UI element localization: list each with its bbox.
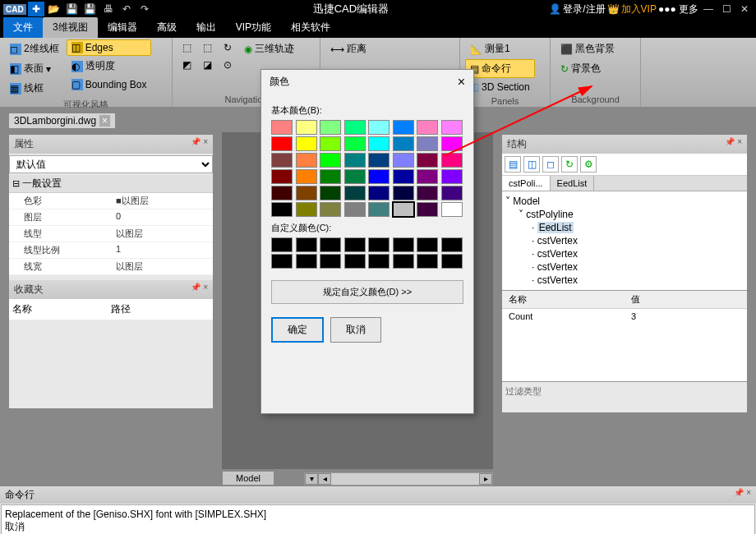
props-row[interactable]: 线型以图层 — [9, 226, 213, 242]
props-row[interactable]: 图层0 — [9, 209, 213, 226]
menu-file[interactable]: 文件 — [3, 17, 43, 38]
color-swatch[interactable] — [441, 120, 463, 135]
btn-cmdline[interactable]: ▤命令行 — [465, 59, 535, 78]
props-section-general[interactable]: ⊟ 一般设置 — [9, 175, 213, 193]
btn-bgcolor[interactable]: ↻背景色 — [555, 59, 620, 78]
menu-output[interactable]: 输出 — [187, 17, 226, 38]
pin-icon[interactable]: 📌 × — [191, 283, 208, 297]
nav-icon-6[interactable]: ⊙ — [219, 57, 237, 73]
color-swatch[interactable] — [296, 153, 317, 168]
custom-color-swatch[interactable] — [271, 254, 293, 269]
h-scrollbar[interactable]: ▾ ◂ ▸ — [304, 472, 493, 486]
custom-color-swatch[interactable] — [344, 237, 366, 252]
custom-color-swatch[interactable] — [368, 254, 390, 269]
btn-bbox[interactable]: ▢Bounding Box — [67, 76, 152, 93]
custom-color-swatch[interactable] — [368, 237, 390, 252]
color-swatch[interactable] — [368, 136, 390, 151]
props-row[interactable]: 线型比例1 — [9, 242, 213, 259]
props-default-combo[interactable]: 默认值 — [9, 155, 213, 173]
menu-3dview[interactable]: 3维视图 — [43, 17, 98, 38]
custom-color-swatch[interactable] — [344, 254, 366, 269]
custom-color-swatch[interactable] — [441, 254, 463, 269]
open-icon[interactable]: 📂 — [46, 2, 62, 16]
color-swatch[interactable] — [320, 153, 341, 168]
color-swatch[interactable] — [417, 136, 438, 151]
props-row[interactable]: 色彩■以图层 — [9, 193, 213, 209]
pin-icon[interactable]: 📌 × — [191, 137, 208, 151]
color-swatch[interactable] — [296, 186, 317, 200]
color-swatch[interactable] — [393, 120, 414, 135]
btn-wireframe[interactable]: ▦线框 — [5, 79, 64, 98]
filter-type[interactable]: 过滤类型 — [502, 381, 747, 401]
btn-3dsection[interactable]: ◫3D Section — [465, 79, 535, 95]
saveas-icon[interactable]: 💾 — [82, 2, 99, 16]
color-swatch[interactable] — [296, 169, 317, 184]
struct-tool-2[interactable]: ◫ — [523, 156, 540, 173]
color-swatch[interactable] — [441, 169, 463, 184]
color-swatch[interactable] — [296, 120, 317, 135]
nav-icon-1[interactable]: ⬚ — [177, 39, 196, 56]
color-swatch[interactable] — [320, 202, 341, 217]
color-swatch[interactable] — [320, 186, 341, 200]
nav-icon-5[interactable]: ◪ — [198, 57, 217, 73]
custom-color-swatch[interactable] — [417, 237, 438, 252]
color-swatch[interactable] — [344, 136, 366, 151]
color-swatch[interactable] — [393, 136, 414, 151]
color-swatch[interactable] — [344, 120, 366, 135]
color-swatch[interactable] — [393, 186, 414, 200]
color-swatch[interactable] — [271, 153, 293, 168]
color-swatch[interactable] — [417, 202, 438, 217]
color-swatch[interactable] — [393, 153, 414, 168]
scroll-right-icon[interactable]: ▸ — [479, 473, 492, 485]
btn-surface[interactable]: ◧表面 ▾ — [5, 59, 64, 78]
color-swatch[interactable] — [368, 169, 390, 184]
scroll-left-icon[interactable]: ◂ — [318, 473, 331, 485]
define-custom-button[interactable]: 规定自定义颜色(D) >> — [271, 280, 463, 304]
save-icon[interactable]: 💾 — [64, 2, 81, 16]
btn-transparency[interactable]: ◐透明度 — [67, 57, 152, 76]
model-tab[interactable]: Model — [222, 471, 274, 486]
minimize-button[interactable]: — — [700, 2, 717, 16]
vip-link[interactable]: 加入VIP — [621, 2, 657, 16]
custom-color-swatch[interactable] — [417, 254, 438, 269]
custom-color-swatch[interactable] — [441, 237, 463, 252]
custom-color-swatch[interactable] — [271, 237, 293, 252]
color-swatch[interactable] — [417, 169, 438, 184]
menu-editor[interactable]: 编辑器 — [98, 17, 147, 38]
nav-icon-3[interactable]: ↻ — [219, 39, 237, 56]
color-swatch[interactable] — [271, 169, 293, 184]
color-swatch[interactable] — [368, 202, 390, 217]
close-button[interactable]: ✕ — [736, 2, 753, 16]
btn-edges[interactable]: ◫Edges — [67, 39, 152, 56]
custom-color-swatch[interactable] — [393, 254, 414, 269]
color-swatch[interactable] — [271, 202, 293, 217]
custom-color-swatch[interactable] — [320, 237, 341, 252]
cancel-button[interactable]: 取消 — [330, 317, 381, 343]
color-swatch[interactable] — [368, 120, 390, 135]
color-swatch[interactable] — [320, 136, 341, 151]
color-swatch[interactable] — [441, 186, 463, 200]
color-swatch[interactable] — [344, 169, 366, 184]
menu-related[interactable]: 相关软件 — [281, 17, 340, 38]
color-swatch[interactable] — [441, 202, 463, 217]
color-swatch[interactable] — [441, 153, 463, 168]
custom-color-swatch[interactable] — [296, 237, 317, 252]
document-tab[interactable]: 3DLamborgini.dwg × — [8, 113, 116, 129]
undo-icon[interactable]: ↶ — [118, 2, 135, 16]
color-swatch[interactable] — [368, 153, 390, 168]
color-swatch[interactable] — [296, 202, 317, 217]
custom-color-swatch[interactable] — [393, 237, 414, 252]
menu-advanced[interactable]: 高级 — [147, 17, 187, 38]
pin-icon[interactable]: 📌 × — [725, 137, 742, 151]
btn-distance[interactable]: ⟷距离 — [325, 39, 371, 58]
color-swatch[interactable] — [344, 153, 366, 168]
new-icon[interactable]: ✚ — [28, 2, 44, 16]
color-swatch[interactable] — [271, 186, 293, 200]
btn-blackbg[interactable]: ⬛黑色背景 — [555, 39, 620, 58]
print-icon[interactable]: 🖶 — [100, 2, 117, 16]
struct-tool-1[interactable]: ▤ — [505, 156, 521, 173]
color-swatch[interactable] — [320, 169, 341, 184]
menu-vip[interactable]: VIP功能 — [226, 17, 281, 38]
color-swatch[interactable] — [344, 186, 366, 200]
color-swatch[interactable] — [417, 186, 438, 200]
